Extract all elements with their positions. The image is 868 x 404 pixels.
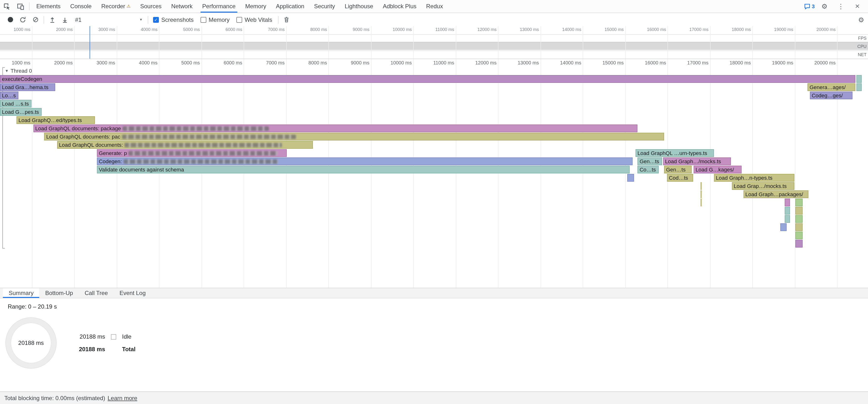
thread-track-header[interactable]: ▼ Thread 0	[5, 68, 32, 74]
flame-bar[interactable]	[796, 231, 803, 239]
flame-bar[interactable]	[784, 207, 790, 215]
flame-bar[interactable]: Load Grap…/mocks.ts	[732, 182, 794, 190]
flame-bar[interactable]	[700, 190, 702, 198]
flame-bar[interactable]: Load GraphQ…ed/types.ts	[17, 116, 95, 124]
flame-bar[interactable]	[796, 215, 803, 223]
clear-icon[interactable]	[29, 13, 42, 26]
flame-bar[interactable]	[796, 207, 803, 215]
flame-bar[interactable]: executeCodegen	[0, 75, 856, 83]
ruler-tick-label: 6000 ms	[202, 59, 242, 66]
drawer-tab-call-tree[interactable]: Call Tree	[79, 288, 114, 298]
overview-tick-label: 14000 ms	[540, 27, 581, 32]
flame-bar[interactable]	[627, 174, 634, 182]
flame-bar[interactable]: Load GraphQL documents:	[57, 141, 313, 149]
tab-redux[interactable]: Redux	[422, 0, 448, 12]
flame-bar[interactable]: Cod…ts	[667, 174, 693, 182]
checkbox-memory[interactable]: Memory	[200, 16, 229, 23]
chevron-down-icon: ▾	[140, 18, 142, 22]
flame-bar[interactable]: Gen…ts	[664, 166, 692, 174]
flame-bar-label: Codeg…ges/	[812, 93, 843, 98]
flame-bar[interactable]: Genera…ages/	[808, 83, 856, 91]
tab-lighthouse[interactable]: Lighthouse	[340, 0, 378, 12]
flame-bar-label: Load GraphQL documents: package	[35, 125, 121, 131]
flame-bar[interactable]	[781, 223, 786, 231]
drawer-tab-event-log[interactable]: Event Log	[114, 288, 151, 298]
issues-button[interactable]: 3	[804, 3, 815, 9]
capture-settings-gear-icon[interactable]: ⚙	[858, 15, 868, 24]
inspect-element-icon[interactable]	[0, 0, 13, 12]
idle-swatch	[111, 334, 116, 339]
flame-bar[interactable]: Generate: p	[97, 149, 287, 157]
flame-bar[interactable]	[796, 223, 803, 231]
thread-label: Thread 0	[11, 68, 32, 74]
flame-bar[interactable]	[857, 83, 862, 91]
divider	[43, 16, 44, 24]
tab-elements[interactable]: Elements	[31, 0, 65, 12]
flame-bar[interactable]: Load G…kages/	[693, 166, 742, 174]
settings-gear-icon[interactable]: ⚙	[817, 3, 831, 10]
save-profile-icon[interactable]	[59, 13, 71, 26]
flamechart-ruler: 1000 ms2000 ms3000 ms4000 ms5000 ms6000 …	[0, 59, 868, 66]
flame-bar-label: Load Grap…/mocks.ts	[734, 183, 786, 189]
lane-border	[0, 51, 868, 51]
device-toolbar-icon[interactable]	[13, 0, 27, 12]
tab-adblock-plus[interactable]: Adblock Plus	[378, 0, 422, 12]
learn-more-link[interactable]: Learn more	[107, 395, 137, 401]
flame-bar[interactable]: Lo…s	[0, 92, 18, 99]
checkbox-label: Web Vitals	[245, 16, 272, 23]
flame-bar[interactable]	[857, 75, 862, 83]
flame-bar[interactable]: Load Gra…hema.ts	[0, 83, 55, 91]
tab-network[interactable]: Network	[166, 0, 197, 12]
tab-memory[interactable]: Memory	[241, 0, 271, 12]
flame-bar[interactable]: Load GraphQL documents: pac	[44, 133, 664, 141]
close-icon[interactable]: ×	[850, 2, 864, 10]
summary-pane: Range: 0 – 20.19 s 20188 ms 20188 msIdle…	[0, 299, 868, 392]
tab-performance[interactable]: Performance	[197, 0, 240, 12]
flame-bar[interactable]	[784, 215, 790, 223]
flame-bar[interactable]: Co…ts	[638, 166, 659, 174]
checkbox-web-vitals[interactable]: Web Vitals	[237, 16, 272, 23]
reload-and-record-icon[interactable]	[17, 13, 29, 26]
tab-application[interactable]: Application	[271, 0, 309, 12]
checkbox-label: Screenshots	[161, 16, 193, 23]
timeline-overview[interactable]: FPS CPU NET 1000 ms2000 ms3000 ms4000 ms…	[0, 26, 868, 59]
flame-bar[interactable]: Load Graph…n-types.ts	[714, 174, 795, 182]
flame-bar[interactable]	[784, 198, 790, 206]
flame-bar[interactable]	[796, 240, 803, 248]
trash-icon[interactable]	[280, 13, 293, 26]
flame-bar[interactable]: Load Graph…packages/	[744, 190, 808, 198]
checkbox-box[interactable]	[237, 17, 242, 23]
profile-select[interactable]: #1 ▾	[72, 14, 145, 25]
checkbox-box[interactable]	[200, 17, 206, 23]
checkbox-screenshots[interactable]: ✓Screenshots	[153, 16, 193, 23]
checkbox-box[interactable]: ✓	[153, 17, 159, 23]
flame-bar[interactable]: Validate documents against schema	[97, 166, 630, 174]
overview-tick-label: 4000 ms	[117, 27, 157, 32]
overview-ruler-border	[0, 34, 868, 35]
legend-row: 20188 msTotal	[66, 345, 135, 353]
collapse-triangle-icon: ▼	[5, 68, 9, 73]
flame-bar[interactable]	[700, 198, 702, 206]
flame-bar[interactable]	[700, 182, 702, 190]
flame-bar[interactable]: Codeg…ges/	[810, 92, 852, 99]
tab-console[interactable]: Console	[65, 0, 96, 12]
drawer-tab-bottom-up[interactable]: Bottom-Up	[39, 288, 79, 298]
record-button[interactable]	[4, 13, 17, 26]
flame-bar[interactable]: Load Graph…/mocks.ts	[663, 157, 731, 165]
flame-bar[interactable]: Codegen:	[97, 157, 633, 165]
flame-bar[interactable]: Gen…ts	[638, 157, 662, 165]
flamechart[interactable]: ▼ Thread 0 executeCodegenLoad Gra…hema.t…	[0, 66, 868, 288]
flame-bar[interactable]: Load G…pes.ts	[0, 108, 42, 116]
load-profile-icon[interactable]	[46, 13, 59, 26]
drawer-tab-summary[interactable]: Summary	[3, 288, 39, 298]
overview-tick-label: 12000 ms	[456, 27, 496, 32]
flame-bar[interactable]: Load GraphQL documents: package	[33, 124, 638, 132]
kebab-menu-icon[interactable]: ⋮	[834, 3, 848, 10]
flame-bar[interactable]: Load …s.ts	[0, 100, 31, 107]
tab-security[interactable]: Security	[309, 0, 340, 12]
tab-label: Recorder	[101, 3, 125, 10]
tab-recorder[interactable]: Recorder⚠	[96, 0, 135, 12]
tab-sources[interactable]: Sources	[135, 0, 166, 12]
flame-bar[interactable]	[796, 198, 803, 206]
flame-bar[interactable]: Load GraphQL …urn-types.ts	[636, 149, 714, 157]
